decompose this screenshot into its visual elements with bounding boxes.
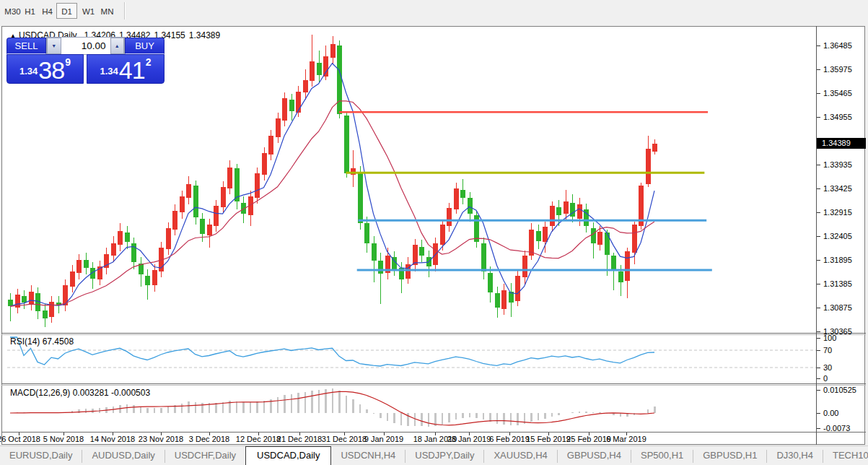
arrow-down-icon: ▼ (51, 43, 56, 48)
lot-increase-button[interactable]: ▲ (110, 38, 125, 54)
date-axis-label: 23 Nov 2018 (139, 435, 183, 443)
price-axis-label: 1.35975 (823, 65, 852, 74)
macd-indicator-label: MACD(12,26,9) 0.003281 -0.000503 (10, 388, 150, 398)
date-axis-label: 3 Dec 2018 (189, 435, 229, 443)
rsi-axis-label: 30 (823, 363, 832, 372)
tab-audusd-daily[interactable]: AUDUSD,Daily (82, 446, 164, 465)
price-axis-label: 1.34955 (823, 113, 852, 121)
rsi-axis-label: 0 (823, 374, 828, 383)
tab-eurusd-daily[interactable]: EURUSD,Daily (0, 446, 82, 465)
date-axis-label: 21 Dec 2018 (277, 435, 322, 443)
tab-xauusd-h4[interactable]: XAUUSD,H4 (484, 446, 556, 465)
horizontal-level-lines[interactable] (339, 112, 712, 270)
sell-price-pip: 9 (65, 56, 71, 68)
sell-button[interactable]: SELL (6, 38, 46, 54)
macd-axis-label: 0.00 (823, 409, 838, 417)
current-price-tag: 1.34389 (817, 138, 866, 149)
sell-price-big: 38 (38, 61, 64, 79)
tab-sp500-h1[interactable]: SP500,H1 (631, 446, 693, 465)
buy-price-display[interactable]: 1.34412 (87, 54, 165, 84)
tab-usdcnh-h4[interactable]: USDCNH,H4 (331, 446, 405, 465)
application-window: M30H1H4D1W1MN ▲USDCAD,Daily1.342061.3448… (0, 0, 868, 465)
date-axis-label: 6 Mar 2019 (606, 435, 646, 443)
buy-price-pip: 2 (146, 56, 152, 68)
tab-usdchf-daily[interactable]: USDCHF,Daily (165, 446, 245, 465)
date-axis-label: 31 Dec 2018 (322, 435, 367, 443)
ohlc-close: 1.34389 (189, 30, 220, 40)
buy-button[interactable]: BUY (125, 38, 165, 54)
tab-gbpusd-h4[interactable]: GBPUSD,H4 (558, 446, 631, 465)
date-axis-label: 5 Nov 2018 (43, 435, 84, 443)
date-axis-label: 14 Nov 2018 (90, 435, 135, 443)
sell-price-prefix: 1.34 (19, 66, 38, 77)
buy-price-prefix: 1.34 (100, 66, 118, 77)
lot-size-input[interactable] (61, 38, 110, 54)
tab-gbpusd-h1[interactable]: GBPUSD,H1 (693, 446, 766, 465)
ma-slow-line (10, 101, 654, 307)
lot-size-control: ▼ ▲ (46, 37, 125, 55)
one-click-trading-panel: SELL ▼ ▲ BUY 1.34389 1.34412 (6, 38, 165, 84)
date-axis-label: 9 Jan 2019 (364, 435, 403, 443)
macd-axis-label: -0.0073 (823, 424, 850, 433)
axis-ticks (19, 46, 821, 436)
symbol-tab-bar: EURUSD,DailyAUDUSD,DailyUSDCHF,DailyUSDC… (0, 446, 868, 465)
date-axis-label: 12 Dec 2018 (236, 435, 281, 443)
date-axis-label: 6 Feb 2019 (489, 435, 530, 443)
date-axis-label: 28 Jan 2019 (447, 435, 491, 443)
price-axis-label: 1.31385 (823, 279, 852, 288)
tab-tech100-h1[interactable]: TECH100,H1 (823, 446, 868, 465)
rsi-pane (7, 337, 816, 368)
date-axis-label: 26 Oct 2018 (0, 435, 40, 443)
price-axis-label: 1.33935 (823, 160, 852, 169)
rsi-axis-label: 100 (823, 334, 836, 342)
price-axis-label: 1.36485 (823, 41, 852, 50)
date-axis-label: 25 Feb 2019 (566, 435, 611, 443)
arrow-up-icon: ▲ (115, 43, 120, 48)
macd-axis-label: 0.010525 (823, 386, 856, 394)
rsi-indicator-label: RSI(14) 67.4508 (10, 336, 74, 347)
tab-usdcad-daily[interactable]: USDCAD,Daily (245, 446, 331, 465)
price-axis-label: 1.31895 (823, 256, 852, 264)
lot-decrease-button[interactable]: ▼ (47, 38, 61, 54)
price-axis-label: 1.32915 (823, 208, 852, 217)
rsi-line (10, 337, 654, 366)
tab-usdjpy-daily[interactable]: USDJPY,Daily (405, 446, 483, 465)
buy-price-big: 41 (119, 61, 145, 79)
date-axis-label: 15 Feb 2019 (526, 435, 571, 443)
rsi-axis-label: 70 (823, 346, 832, 355)
price-axis-label: 1.33425 (823, 184, 852, 193)
price-axis-label: 1.35465 (823, 89, 852, 97)
tab-dj30-h4[interactable]: DJ30,H4 (767, 446, 823, 465)
sell-price-display[interactable]: 1.34389 (6, 54, 84, 84)
price-axis-label: 1.30875 (823, 303, 852, 312)
price-axis-label: 1.32405 (823, 232, 852, 240)
